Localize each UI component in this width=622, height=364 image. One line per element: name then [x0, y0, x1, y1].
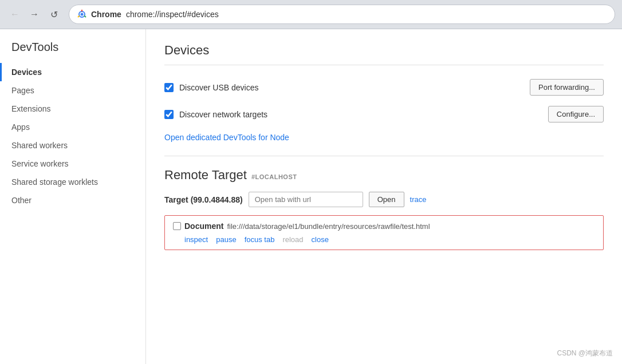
doc-action-inspect[interactable]: inspect — [184, 235, 208, 244]
doc-action-close[interactable]: close — [312, 235, 329, 244]
sidebar-item-apps[interactable]: Apps — [0, 118, 145, 136]
doc-action-pause[interactable]: pause — [216, 235, 236, 244]
chrome-logo-icon — [77, 10, 86, 19]
port-forwarding-button[interactable]: Port forwarding... — [530, 79, 604, 96]
sidebar-title: DevTools — [0, 41, 145, 63]
sidebar-item-devices[interactable]: Devices — [0, 63, 145, 81]
doc-checkbox[interactable] — [173, 222, 181, 230]
main-content: Devices Discover USB devices Port forwar… — [146, 29, 622, 364]
doc-action-reload: reload — [282, 235, 303, 244]
forward-button[interactable]: → — [26, 6, 42, 22]
address-bar[interactable]: Chrome chrome://inspect/#devices — [69, 5, 615, 24]
nav-buttons: ← → ↺ — [7, 6, 62, 22]
doc-actions: inspect pause focus tab reload close — [184, 235, 595, 244]
sidebar-item-label: Devices — [11, 68, 42, 77]
doc-header-row: Document file:///data/storage/el1/bundle… — [173, 221, 595, 231]
remote-target-subtitle: #LOCALHOST — [251, 173, 297, 180]
remote-target-header: Remote Target #LOCALHOST — [164, 168, 604, 183]
sidebar-item-pages[interactable]: Pages — [0, 81, 145, 100]
url-display: chrome://inspect/#devices — [126, 10, 219, 19]
sidebar-item-shared-workers[interactable]: Shared workers — [0, 136, 145, 155]
reload-button[interactable]: ↺ — [46, 6, 62, 22]
svg-line-3 — [84, 16, 86, 18]
discover-usb-row: Discover USB devices Port forwarding... — [164, 79, 604, 96]
doc-type: Document — [184, 221, 223, 231]
back-button[interactable]: ← — [7, 6, 23, 22]
sidebar-item-label: Apps — [11, 122, 30, 132]
sidebar-item-label: Other — [11, 196, 32, 205]
svg-line-4 — [78, 16, 80, 18]
sidebar-item-service-workers[interactable]: Service workers — [0, 155, 145, 173]
svg-point-1 — [81, 13, 84, 16]
document-box: Document file:///data/storage/el1/bundle… — [164, 215, 604, 250]
target-row: Target (99.0.4844.88) Open trace — [164, 192, 604, 207]
sidebar-item-shared-storage-worklets[interactable]: Shared storage worklets — [0, 173, 145, 191]
discover-network-checkbox[interactable] — [164, 110, 174, 119]
sidebar: DevTools Devices Pages Extensions Apps S… — [0, 29, 146, 364]
sidebar-item-label: Shared storage worklets — [11, 177, 98, 187]
trace-link[interactable]: trace — [410, 195, 427, 204]
page-title: Devices — [164, 43, 604, 65]
sidebar-item-label: Shared workers — [11, 141, 68, 150]
chrome-brand-label: Chrome — [91, 10, 121, 19]
discover-usb-label[interactable]: Discover USB devices — [179, 83, 507, 92]
sidebar-item-label: Extensions — [11, 104, 50, 113]
discover-usb-checkbox[interactable] — [164, 83, 174, 92]
target-label: Target (99.0.4844.88) — [164, 195, 243, 204]
browser-chrome: ← → ↺ Chrome chrome://inspect/#devices — [0, 0, 622, 29]
discover-network-row: Discover network targets Configure... — [164, 106, 604, 122]
watermark: CSDN @鸿蒙布道 — [557, 349, 613, 358]
open-button[interactable]: Open — [369, 192, 404, 207]
doc-path: file:///data/storage/el1/bundle/entry/re… — [227, 222, 430, 231]
sidebar-item-other[interactable]: Other — [0, 191, 145, 209]
sidebar-item-label: Pages — [11, 86, 34, 95]
open-tab-input[interactable] — [249, 192, 363, 207]
section-divider — [164, 156, 604, 156]
remote-target-title: Remote Target — [164, 168, 247, 183]
sidebar-item-label: Service workers — [11, 159, 69, 168]
discover-network-label[interactable]: Discover network targets — [179, 110, 525, 119]
doc-action-focus-tab[interactable]: focus tab — [245, 235, 275, 244]
devtools-node-link[interactable]: Open dedicated DevTools for Node — [164, 133, 604, 142]
sidebar-item-extensions[interactable]: Extensions — [0, 100, 145, 118]
configure-button[interactable]: Configure... — [548, 106, 604, 122]
app-body: DevTools Devices Pages Extensions Apps S… — [0, 29, 622, 364]
